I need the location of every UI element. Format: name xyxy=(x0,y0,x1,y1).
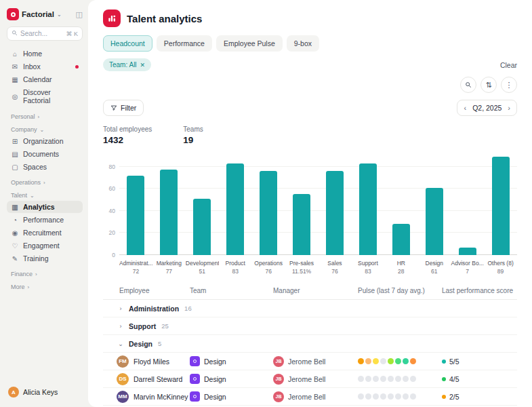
sidebar-item-label: Engagment xyxy=(23,241,60,250)
bar-design[interactable] xyxy=(426,188,443,255)
tab-9-box[interactable]: 9-box xyxy=(287,35,319,52)
section-more[interactable]: More› xyxy=(7,284,83,290)
bar-support[interactable] xyxy=(359,163,377,255)
sidebar-item-label: Recruitment xyxy=(23,229,62,237)
section-talent[interactable]: Talent⌄ xyxy=(7,192,83,199)
section-label: Company xyxy=(11,126,37,133)
main-content: Talent analytics HeadcountPerformanceEmp… xyxy=(88,0,532,407)
sidebar-item-engagement[interactable]: ♡Engagment xyxy=(7,239,83,252)
sidebar-item-label: Training xyxy=(23,254,49,263)
sidebar-item-documents[interactable]: ▤Documents xyxy=(7,148,83,160)
sidebar-item-recruitment[interactable]: ◉Recruitment xyxy=(7,227,83,239)
y-axis-label: 80 xyxy=(103,163,115,170)
chevron-down-icon[interactable]: ⌄ xyxy=(117,341,125,347)
filter-chip-row: Team: All ✕ Clear xyxy=(103,58,517,71)
previous-period-icon[interactable]: ‹ xyxy=(464,104,466,112)
pulse-dot xyxy=(395,358,401,364)
search-table-button[interactable] xyxy=(460,77,476,93)
sidebar-item-home[interactable]: ⌂Home xyxy=(7,47,83,60)
bar-others-8[interactable] xyxy=(492,157,510,255)
table-row[interactable]: DSDarrell StewardDesignJBJerome Bell4/5 xyxy=(103,370,517,388)
pulse-dot xyxy=(358,358,364,364)
chart-column-advisor-bo xyxy=(451,248,484,255)
column-header-last-performance-score: Last performance score xyxy=(442,287,517,294)
sidebar-item-inbox[interactable]: ✉Inbox xyxy=(7,60,83,73)
score-dot xyxy=(442,360,446,364)
pulse-dot xyxy=(380,376,386,382)
next-period-icon[interactable]: › xyxy=(508,104,510,112)
group-name: Support xyxy=(129,322,156,330)
sidebar-sections: Personal›Company⌄⊞Organization▤Documents… xyxy=(7,107,83,292)
app: Factorial ⌄ ◫ Search... ⌘ K ⌂Home✉Inbox▦… xyxy=(0,0,532,407)
chevron-icon: ⌄ xyxy=(30,193,35,199)
more-options-button[interactable]: ⋮ xyxy=(501,77,517,93)
chevron-right-icon[interactable]: › xyxy=(117,305,125,312)
pulse-dot xyxy=(410,393,416,400)
bar-sales[interactable] xyxy=(326,171,344,255)
sidebar-item-label: Documents xyxy=(23,150,59,158)
pulse-dot xyxy=(403,393,409,400)
section-personal[interactable]: Personal› xyxy=(7,113,83,120)
group-row-design[interactable]: ⌄Design5 xyxy=(103,335,517,353)
bar-pre-sales[interactable] xyxy=(293,194,310,255)
sidebar-item-discover-factorial[interactable]: ◎Discover Factorial xyxy=(7,86,83,106)
user-profile[interactable]: A Alicia Keys xyxy=(7,384,83,400)
chevron-down-icon[interactable]: ⌄ xyxy=(57,12,62,18)
chevron-right-icon[interactable]: › xyxy=(117,323,125,330)
category-value: 89 xyxy=(484,268,517,275)
score-value: 2/5 xyxy=(449,393,459,401)
bar-hr[interactable] xyxy=(392,224,410,255)
bar-administrat[interactable] xyxy=(127,176,144,255)
section-label: Personal xyxy=(11,113,35,120)
team-name: Design xyxy=(204,357,226,366)
analytics-icon: ▥ xyxy=(11,204,19,211)
chart-column-others-8 xyxy=(484,157,517,255)
section-company[interactable]: Company⌄ xyxy=(7,126,83,133)
table-row[interactable]: FMFloyd MilesDesignJBJerome Bell5/5 xyxy=(103,353,517,370)
bar-operations[interactable] xyxy=(260,171,277,255)
pulse-dot xyxy=(410,376,416,382)
section-finance[interactable]: Finance› xyxy=(7,271,83,277)
chart-column-sales xyxy=(319,171,352,255)
section-label: Finance xyxy=(11,271,33,277)
search-shortcut: ⌘ K xyxy=(66,31,78,37)
employee-name: Darrell Steward xyxy=(134,375,182,383)
chart-column-development xyxy=(186,199,219,255)
clear-filters-button[interactable]: Clear xyxy=(500,61,517,69)
employee-cell: MMMarvin McKinney xyxy=(103,391,190,403)
stat-value: 1432 xyxy=(103,135,152,145)
pulse-dot xyxy=(358,376,364,382)
group-row-support[interactable]: ›Support25 xyxy=(103,317,517,335)
table-row[interactable]: MMMarvin McKinneyDesignJBJerome Bell2/5 xyxy=(103,388,517,406)
tab-performance[interactable]: Performance xyxy=(157,35,212,52)
sidebar-item-label: Home xyxy=(23,50,42,58)
tab-headcount[interactable]: Headcount xyxy=(103,35,152,52)
brand-name[interactable]: Factorial xyxy=(22,10,54,18)
collapse-sidebar-icon[interactable]: ◫ xyxy=(76,10,83,19)
bar-product[interactable] xyxy=(226,163,244,255)
x-label-product: Product83 xyxy=(219,260,252,275)
sort-button[interactable]: ⇅ xyxy=(480,77,497,93)
sidebar-item-calendar[interactable]: ▦Calendar xyxy=(7,73,83,85)
stat-label: Teams xyxy=(183,125,203,133)
sidebar-item-performance[interactable]: ◔Performance xyxy=(7,214,83,226)
team-filter-chip[interactable]: Team: All ✕ xyxy=(103,58,151,71)
bar-marketing[interactable] xyxy=(160,170,178,255)
tab-employee-pulse[interactable]: Employee Pulse xyxy=(216,35,283,52)
section-operations[interactable]: Operations› xyxy=(7,179,83,186)
filter-button[interactable]: Filter xyxy=(103,100,144,116)
sidebar-item-training[interactable]: ✎Training xyxy=(7,252,83,265)
bar-advisor-bo[interactable] xyxy=(459,248,476,255)
remove-filter-icon[interactable]: ✕ xyxy=(140,62,146,69)
pulse-dot xyxy=(388,393,394,400)
score-value: 5/5 xyxy=(449,357,459,366)
search-input[interactable]: Search... ⌘ K xyxy=(7,26,83,41)
pulse-dot xyxy=(373,358,379,364)
sidebar-item-label: Spaces xyxy=(23,163,47,171)
sidebar-item-analytics[interactable]: ▥Analytics xyxy=(7,201,83,213)
sidebar-item-spaces[interactable]: ▢Spaces xyxy=(7,161,83,173)
group-row-administration[interactable]: ›Administration16 xyxy=(103,300,517,317)
sidebar-item-organization[interactable]: ⊞Organization xyxy=(7,135,83,147)
bar-development[interactable] xyxy=(193,199,211,255)
category-value: 76 xyxy=(252,268,285,275)
